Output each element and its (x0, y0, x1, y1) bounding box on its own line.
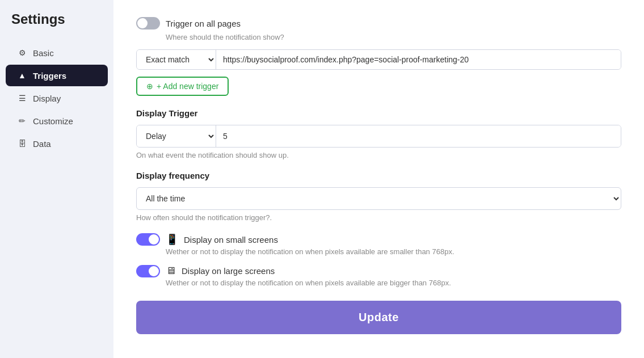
add-trigger-label: + Add new trigger (157, 82, 218, 91)
delay-row: Delay Scroll Exit Intent Click (136, 125, 621, 148)
url-match-select[interactable]: Exact match Contains Starts with Regex (137, 50, 216, 69)
sidebar-item-data[interactable]: 🗄 Data (6, 133, 108, 154)
sidebar-label-display: Display (33, 94, 61, 103)
add-trigger-button[interactable]: ⊕ + Add new trigger (136, 77, 229, 96)
sidebar-label-customize: Customize (33, 116, 73, 126)
url-match-row: Exact match Contains Starts with Regex (136, 49, 621, 70)
trigger-all-pages-sublabel: Where should the notification show? (166, 33, 621, 41)
large-screens-hint: Wether or not to display the notificatio… (166, 279, 451, 287)
small-screens-content: 📱 Display on small screens Wether or not… (166, 233, 454, 256)
large-screens-row: 🖥 Display on large screens Wether or not… (136, 265, 621, 287)
data-icon: 🗄 (17, 138, 27, 149)
trigger-icon: ▲ (17, 70, 27, 81)
customize-icon: ✏ (17, 116, 27, 126)
frequency-select[interactable]: All the time Once per session Once per d… (136, 187, 621, 210)
url-input[interactable] (216, 50, 621, 69)
update-button[interactable]: Update (136, 301, 621, 334)
sidebar-label-triggers: Triggers (33, 71, 66, 81)
sidebar-item-customize[interactable]: ✏ Customize (6, 110, 108, 132)
update-button-label: Update (359, 311, 399, 323)
sidebar-item-basic[interactable]: Basic (6, 42, 108, 64)
trigger-all-pages-toggle[interactable] (136, 17, 160, 30)
small-screens-hint: Wether or not to display the notificatio… (166, 247, 454, 256)
page-title: Settings (0, 11, 113, 41)
display-icon: ☰ (17, 93, 27, 103)
gear-icon (17, 48, 27, 58)
delay-select[interactable]: Delay Scroll Exit Intent Click (137, 125, 216, 147)
monitor-icon: 🖥 (166, 265, 176, 277)
small-screens-row: 📱 Display on small screens Wether or not… (136, 233, 621, 256)
delay-hint: On what event the notification should sh… (136, 151, 621, 159)
large-toggle-slider (136, 265, 160, 277)
large-screens-content: 🖥 Display on large screens Wether or not… (166, 265, 451, 287)
frequency-hint: How often should the notification trigge… (136, 213, 621, 222)
sidebar-label-data: Data (33, 139, 51, 149)
delay-value-input[interactable] (216, 125, 621, 147)
main-content: Trigger on all pages Where should the no… (113, 0, 644, 358)
frequency-title: Display frequency (136, 171, 621, 180)
small-screens-toggle[interactable] (136, 233, 160, 246)
small-screens-label: Display on small screens (184, 235, 278, 245)
sidebar-label-basic: Basic (33, 48, 54, 58)
sidebar: Settings Basic ▲ Triggers ☰ Display ✏ Cu… (0, 0, 113, 358)
mobile-icon: 📱 (166, 233, 178, 246)
large-screens-toggle[interactable] (136, 265, 160, 277)
trigger-all-pages-label: Trigger on all pages (166, 19, 241, 28)
plus-circle-icon: ⊕ (146, 82, 153, 91)
small-toggle-slider (136, 233, 160, 246)
display-trigger-title: Display Trigger (136, 108, 621, 118)
toggle-slider (136, 17, 160, 30)
sidebar-item-triggers[interactable]: ▲ Triggers (6, 65, 108, 86)
large-screens-label: Display on large screens (182, 266, 275, 276)
sidebar-item-display[interactable]: ☰ Display (6, 87, 108, 109)
trigger-all-pages-row: Trigger on all pages (136, 17, 621, 30)
